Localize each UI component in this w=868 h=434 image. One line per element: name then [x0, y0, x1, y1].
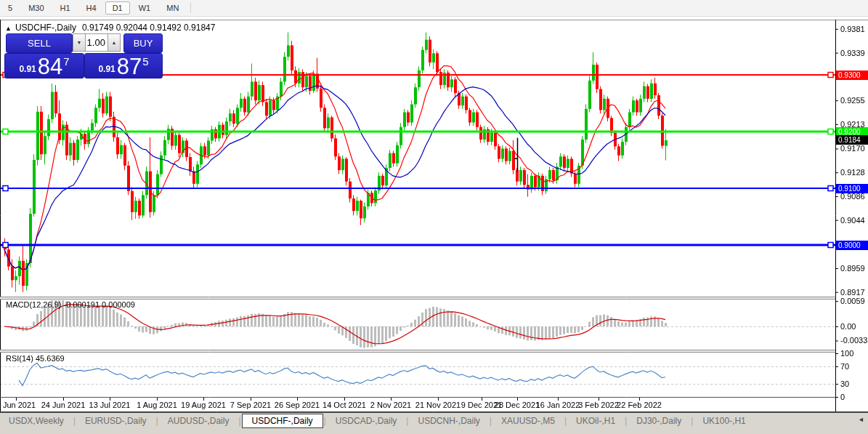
chart-tab-bar: USDX,Weekly|EURUSD-,Daily|AUDUSD-,Daily|… — [0, 412, 868, 429]
chart-tab-audusd-[interactable]: AUDUSD-,Daily — [159, 414, 238, 427]
date-label: 21 Nov 2021 — [415, 401, 461, 409]
date-label: 3 Feb 2022 — [578, 401, 619, 409]
chart-tab-usdcad-[interactable]: USDCAD-,Daily — [327, 414, 406, 427]
date-label: 22 Feb 2022 — [617, 401, 662, 409]
buy-price-pip: 5 — [142, 55, 148, 68]
status-strip — [0, 429, 868, 434]
rsi-value: 45.6369 — [36, 354, 65, 363]
price-tick-label: 0.8959 — [840, 264, 865, 273]
tab-divider: | — [564, 416, 567, 426]
rsi-axis-label: 30 — [840, 379, 849, 388]
sell-price-pip: 7 — [63, 55, 69, 68]
chevron-down-icon: ▼ — [77, 40, 82, 45]
tab-divider: | — [625, 416, 627, 426]
date-label: 24 Jun 2021 — [41, 401, 86, 409]
date-label: 19 Aug 2021 — [181, 401, 226, 409]
tab-divider: | — [238, 416, 240, 426]
tab-divider: | — [156, 416, 158, 426]
chart-title: ▲USDCHF-,Daily0.91749 0.92044 0.91492 0.… — [5, 23, 215, 33]
chart-tab-usdx[interactable]: USDX,Weekly — [0, 414, 73, 427]
rsi-axis-label: 70 — [840, 362, 849, 371]
macd-axis-label: -0.0033 — [840, 336, 867, 345]
date-label: 1 Aug 2021 — [137, 401, 177, 409]
date-label: 6 Jun 2021 — [0, 401, 36, 409]
date-label: 14 Oct 2021 — [323, 401, 366, 409]
date-label: 2 Nov 2021 — [370, 401, 411, 409]
tab-divider: | — [490, 416, 492, 426]
price-tick-label: 0.9044 — [840, 216, 865, 225]
tab-divider: | — [691, 416, 693, 426]
chart-tab-eurusd-[interactable]: EURUSD-,Daily — [76, 414, 155, 427]
macd-axis-label: 0.00 — [840, 322, 856, 331]
sell-price-prefix: 0.91 — [19, 64, 36, 74]
volume-field[interactable]: 1.00 — [86, 33, 108, 52]
sell-button[interactable]: SELL — [6, 33, 73, 53]
rsi-label: RSI(14) 45.6369 — [6, 354, 65, 363]
date-label: 7 Sep 2021 — [230, 401, 271, 409]
hline-price-tag: 0.9300 — [836, 71, 868, 80]
price-tick-label: 0.9381 — [840, 25, 865, 33]
chevron-up-icon: ▲ — [111, 40, 116, 45]
tab-scroll-left-icon[interactable]: ◄ — [858, 416, 864, 423]
chart-tab-usdchf-[interactable]: USDCHF-,Daily — [242, 414, 323, 428]
tab-divider: | — [406, 416, 408, 426]
chart-ohlc-values: 0.91749 0.92044 0.91492 0.91847 — [82, 23, 216, 33]
price-tick-label: 0.9128 — [840, 168, 865, 177]
chart-tab-ukoil-[interactable]: UKOil-,H1 — [567, 414, 624, 427]
sell-price-button[interactable]: 0.91 84 7 — [4, 53, 84, 79]
macd-name: MACD(12,26,9) — [6, 300, 61, 309]
macd-values: -0.000191 0.000009 — [63, 300, 134, 309]
chart-tab-dj30-[interactable]: DJ30-,Daily — [628, 414, 690, 427]
current-price-tag: 0.9184 — [836, 135, 868, 145]
rsi-axis-label: 0 — [840, 393, 845, 401]
date-axis[interactable]: 6 Jun 202124 Jun 202113 Jul 20211 Aug 20… — [0, 401, 835, 412]
sell-price-big: 84 — [38, 56, 62, 78]
tab-divider: | — [324, 416, 326, 426]
buy-price-prefix: 0.91 — [98, 64, 115, 74]
macd-axis-label: 0.0059 — [840, 297, 865, 305]
date-label: 13 Jul 2021 — [89, 401, 131, 409]
chart-tab-uk100-[interactable]: UK100-,H1 — [694, 414, 754, 427]
rsi-name: RSI(14) — [6, 354, 33, 363]
date-label: 28 Dec 2021 — [495, 401, 540, 409]
chart-tab-usdcnh-[interactable]: USDCNH-,Daily — [409, 414, 488, 427]
price-tick-label: 0.9339 — [840, 49, 865, 57]
hline-price-tag: 0.9100 — [836, 184, 868, 193]
price-tick-label: 0.9170 — [840, 144, 865, 153]
rsi-axis-label: 100 — [840, 349, 853, 358]
price-tick-label: 0.9255 — [840, 96, 865, 105]
macd-label: MACD(12,26,9) -0.000191 0.000009 — [6, 300, 135, 309]
collapse-arrow-icon[interactable]: ▲ — [5, 25, 12, 32]
tab-divider: | — [73, 416, 76, 426]
volume-stepper: ▼ 1.00 ▲ — [73, 33, 121, 52]
volume-increase-button[interactable]: ▲ — [108, 33, 121, 52]
buy-button[interactable]: BUY — [123, 33, 163, 53]
price-tick-label: 0.9086 — [840, 192, 865, 201]
chart-tab-xauusd-[interactable]: XAUUSD-,M5 — [492, 414, 564, 427]
buy-price-big: 87 — [117, 56, 142, 78]
volume-decrease-button[interactable]: ▼ — [73, 33, 86, 52]
price-tick-label: 0.8917 — [840, 288, 865, 297]
hline-price-tag: 0.9000 — [836, 241, 868, 250]
date-label: 26 Sep 2021 — [275, 401, 320, 409]
date-label: 16 Jan 2022 — [536, 401, 580, 409]
mt4-window: 5M30H1H4D1W1MN ▲USDCHF-,Daily0.91749 0.9… — [0, 0, 868, 434]
chart-symbol-label: USDCHF-,Daily — [15, 23, 76, 33]
buy-price-button[interactable]: 0.91 87 5 — [84, 53, 163, 79]
